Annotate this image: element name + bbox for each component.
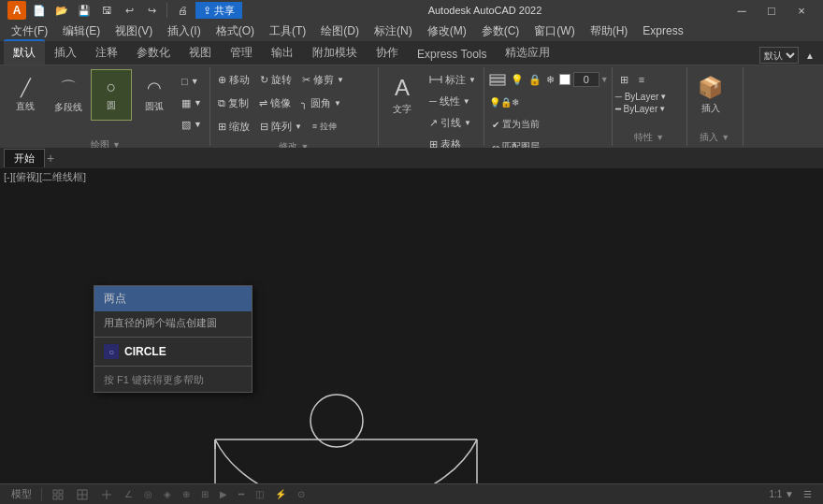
text-button[interactable]: A 文字 [382,69,423,121]
share-button[interactable]: ⇪ 共享 [195,2,242,19]
fillet-button[interactable]: ╮ 圆角▼ [296,93,346,113]
tab-addons[interactable]: 附加模块 [303,41,367,65]
line-button[interactable]: ╱ 直线 [5,69,46,121]
close-button[interactable]: × [787,0,816,21]
match-prop-button[interactable]: ⊞ [615,69,633,90]
tab-manage[interactable]: 管理 [221,41,262,65]
copy-button[interactable]: ⧉ 复制 [213,93,253,113]
rotate-label: 旋转 [271,73,292,87]
add-tab-button[interactable]: + [47,151,54,166]
autocad-logo[interactable]: A [7,1,26,20]
lineweight-status[interactable]: ━ [235,489,248,499]
layer-lock1[interactable]: 🔒 [527,69,543,90]
plot-button[interactable]: 🖨 [173,1,192,20]
insert-group-label[interactable]: 插入 ▼ [690,129,740,146]
tab-featured[interactable]: 精选应用 [496,41,559,65]
gradient-button[interactable]: ▧ ▼ [177,114,207,135]
ribbon-tabs: 默认 插入 注释 参数化 视图 管理 输出 附加模块 协作 Express To… [0,41,823,65]
new-button[interactable]: 📄 [30,1,49,20]
maximize-button[interactable]: □ [758,0,786,21]
tab-express-tools[interactable]: Express Tools [408,44,496,65]
svg-rect-3 [490,75,505,78]
tab-view[interactable]: 视图 [180,41,221,65]
osnap-status[interactable]: ◎ [140,489,156,499]
model-status[interactable]: 模型 [7,487,36,501]
layer-number[interactable]: 0 [573,72,599,87]
menu-modify[interactable]: 修改(M) [420,21,474,41]
start-tab[interactable]: 开始 [4,149,45,167]
annotation-scale[interactable]: 1:1 ▼ [765,489,798,499]
rect-button[interactable]: □ ▼ [177,71,207,92]
layers-group-top: 💡 🔒 ❄ 0 ▼ 💡🔒❄ [487,67,609,159]
workspace-select[interactable]: 默认 [759,47,799,64]
ortho-status[interactable] [96,488,117,501]
linetype-button[interactable]: ─ 线性▼ [425,91,481,111]
menu-help[interactable]: 帮助(H) [583,21,636,41]
otrack-status[interactable]: ⊕ [179,489,194,499]
popup-two-points[interactable]: 两点 [94,286,252,311]
tab-output[interactable]: 输出 [262,41,303,65]
layer-dropdown-arrow[interactable]: ▼ [600,75,609,84]
layer-freeze1[interactable]: ❄ [544,69,556,90]
arc-button[interactable]: ◠ 圆弧 [134,69,175,121]
qprop-status[interactable]: ⚡ [271,489,290,499]
menu-format[interactable]: 格式(O) [209,21,262,41]
menu-file[interactable]: 文件(F) [4,21,55,41]
trim-button[interactable]: ✂ 修剪▼ [297,69,349,90]
color-box[interactable] [557,69,572,90]
ducs-status[interactable]: ⊞ [197,489,212,499]
menu-express[interactable]: Express [635,21,690,41]
menu-draw[interactable]: 绘图(D) [313,21,367,41]
mirror-button[interactable]: ⇌ 镜像 [254,93,296,113]
menu-edit[interactable]: 编辑(E) [55,21,108,41]
polar-status[interactable]: ∠ [121,489,137,499]
array-button[interactable]: ⊟ 阵列▼ [255,116,307,137]
insert-button[interactable]: 📦 插入 [690,69,731,121]
scale-button[interactable]: ⊞ 缩放 [213,116,254,137]
save-button[interactable]: 💾 [75,1,94,20]
menu-window[interactable]: 窗口(W) [527,21,582,41]
menu-insert[interactable]: 插入(I) [160,21,208,41]
menu-params[interactable]: 参数(C) [474,21,527,41]
3dosnap-status[interactable]: ◈ [160,489,175,499]
open-button[interactable]: 📂 [52,1,71,20]
leader-button[interactable]: ↗ 引线▼ [425,112,481,133]
modify-row3: ⊞ 缩放 ⊟ 阵列▼ ≡ 拉伸 [213,116,341,137]
menu-tools[interactable]: 工具(T) [262,21,313,41]
undo-button[interactable]: ↩ [120,1,138,20]
snap-status[interactable] [48,488,68,501]
stretch-button[interactable]: ≡ 拉伸 [308,116,341,137]
transparency-status[interactable]: ◫ [252,489,267,499]
grid-status[interactable] [72,488,93,501]
minimize-button[interactable]: ─ [728,0,756,21]
menu-dimension[interactable]: 标注(N) [367,21,420,41]
layer-settings-button[interactable] [487,69,508,90]
layer-icon [489,71,506,88]
custom-ui[interactable]: ☰ [800,489,816,499]
rotate-button[interactable]: ↻ 旋转 [255,69,296,90]
properties-group-label[interactable]: 特性 ▼ [615,129,684,146]
menu-view[interactable]: 视图(V) [108,21,160,41]
dimension-button[interactable]: 标注 ▼ [425,69,481,90]
status-bar: 模型 ∠ ◎ ◈ ⊕ ⊞ ▶ ━ ◫ ⚡ ⊙ 1:1 ▼ ☰ [0,483,823,504]
move-button[interactable]: ⊕ 移动 [213,69,254,90]
layer-light1[interactable]: 💡 [509,69,526,90]
dynin-status[interactable]: ▶ [216,489,231,499]
move-label: 移动 [229,73,250,87]
save-as-button[interactable]: 🖫 [97,1,116,20]
light-icons-row[interactable]: 💡🔒❄ [487,92,521,112]
tab-default[interactable]: 默认 [4,39,45,65]
polyline-button[interactable]: ⌒ 多段线 [48,69,89,121]
ribbon-minimize[interactable]: ▲ [801,46,819,65]
set-current-button[interactable]: ✔ 置为当前 [487,114,544,135]
selcycle-status[interactable]: ⊙ [294,489,309,499]
hatch-button[interactable]: ▦ ▼ [177,93,207,113]
list-button[interactable]: ≡ [634,69,649,90]
tab-collab[interactable]: 协作 [367,41,408,65]
circle-button[interactable]: ○ 圆 [91,69,132,121]
tab-parametric[interactable]: 参数化 [127,41,180,65]
linetype-row: ─ ByLayer ▼ [615,92,684,102]
tab-insert[interactable]: 插入 [45,41,86,65]
redo-button[interactable]: ↪ [142,1,161,20]
tab-annotate[interactable]: 注释 [86,41,127,65]
